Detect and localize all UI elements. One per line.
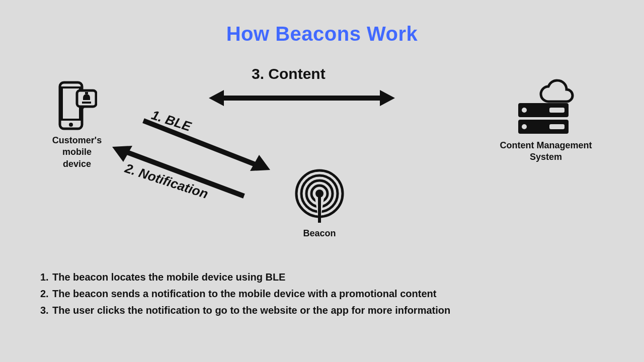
node-mobile-device: Customer's mobile device	[39, 80, 115, 170]
node-beacon: Beacon	[274, 168, 365, 239]
svg-rect-16	[549, 108, 565, 113]
node-cms-label: Content Management System	[491, 140, 601, 163]
explanation-num: 2.	[40, 286, 52, 302]
svg-point-14	[522, 108, 527, 113]
cms-label-line1: Content Management	[500, 140, 592, 150]
beacon-icon	[292, 168, 347, 224]
arrow-content	[209, 88, 395, 108]
explanation-item: 2. The beacon sends a notification to th…	[40, 286, 594, 302]
explanation-item: 1. The beacon locates the mobile device …	[40, 269, 594, 286]
mobile-label-line1: Customer's mobile	[52, 135, 102, 157]
explanation-num: 3.	[40, 302, 52, 319]
svg-marker-20	[380, 90, 395, 106]
svg-rect-17	[549, 124, 565, 129]
arrow-content-label: 3. Content	[252, 65, 326, 82]
node-mobile-label: Customer's mobile device	[39, 135, 115, 170]
cms-label-line2: System	[530, 152, 562, 162]
svg-point-2	[69, 123, 73, 127]
svg-marker-19	[209, 90, 224, 106]
svg-rect-4	[82, 102, 91, 104]
explanation-text: The beacon sends a notification to the m…	[52, 286, 436, 302]
svg-rect-5	[85, 92, 88, 94]
explanation-num: 1.	[40, 269, 52, 286]
svg-rect-11	[318, 197, 321, 223]
cms-cloud-server-icon	[513, 75, 579, 136]
explanation-text: The user clicks the notification to go t…	[52, 302, 450, 319]
explanation-item: 3. The user clicks the notification to g…	[40, 302, 594, 319]
svg-point-15	[522, 124, 527, 129]
node-cms: Content Management System	[491, 75, 601, 163]
explanation-text: The beacon locates the mobile device usi…	[52, 269, 285, 286]
node-beacon-label: Beacon	[274, 228, 365, 239]
svg-point-6	[315, 190, 324, 198]
explanation-list: 1. The beacon locates the mobile device …	[40, 269, 594, 319]
mobile-label-line2: device	[63, 159, 91, 169]
mobile-notification-icon	[57, 80, 97, 131]
diagram-title: How Beacons Work	[0, 23, 644, 45]
